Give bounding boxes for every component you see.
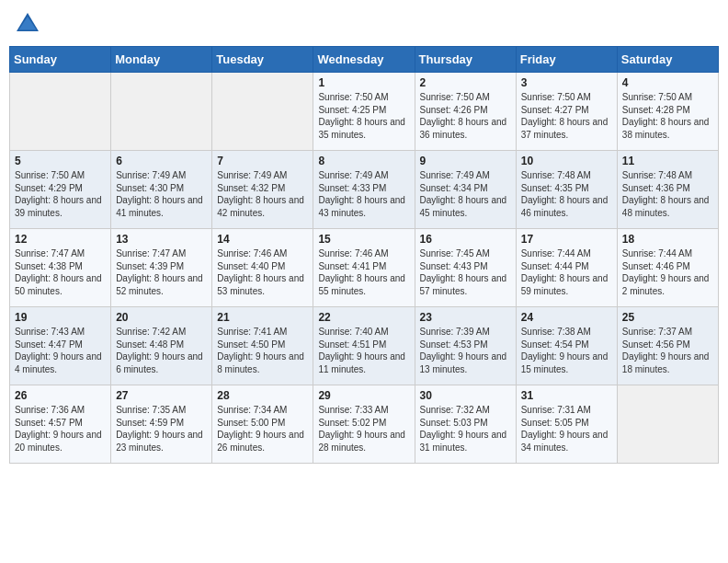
day-number: 16	[420, 233, 511, 246]
day-info: Sunrise: 7:39 AM Sunset: 4:53 PM Dayligh…	[420, 326, 511, 375]
day-info: Sunrise: 7:41 AM Sunset: 4:50 PM Dayligh…	[217, 326, 308, 375]
day-number: 11	[622, 155, 713, 167]
day-info: Sunrise: 7:34 AM Sunset: 5:00 PM Dayligh…	[217, 404, 308, 454]
day-info: Sunrise: 7:44 AM Sunset: 4:46 PM Dayligh…	[622, 247, 713, 297]
day-number: 30	[420, 389, 511, 402]
day-info: Sunrise: 7:43 AM Sunset: 4:47 PM Dayligh…	[15, 326, 106, 375]
day-info: Sunrise: 7:48 AM Sunset: 4:35 PM Dayligh…	[521, 169, 612, 219]
day-info: Sunrise: 7:50 AM Sunset: 4:29 PM Dayligh…	[15, 169, 106, 219]
day-number: 27	[116, 389, 207, 402]
day-cell-1: 1Sunrise: 7:50 AM Sunset: 4:25 PM Daylig…	[313, 73, 415, 151]
header-thursday: Thursday	[415, 47, 516, 73]
day-info: Sunrise: 7:32 AM Sunset: 5:03 PM Dayligh…	[420, 404, 511, 454]
header-saturday: Saturday	[617, 47, 718, 73]
day-cell-22: 22Sunrise: 7:40 AM Sunset: 4:51 PM Dayli…	[313, 307, 415, 385]
week-row-3: 12Sunrise: 7:47 AM Sunset: 4:38 PM Dayli…	[10, 229, 719, 307]
day-cell-29: 29Sunrise: 7:33 AM Sunset: 5:02 PM Dayli…	[313, 385, 415, 464]
day-info: Sunrise: 7:38 AM Sunset: 4:54 PM Dayligh…	[521, 326, 612, 375]
day-number: 3	[521, 76, 612, 89]
day-info: Sunrise: 7:50 AM Sunset: 4:28 PM Dayligh…	[622, 91, 713, 141]
day-number: 8	[318, 155, 409, 167]
day-cell-13: 13Sunrise: 7:47 AM Sunset: 4:39 PM Dayli…	[111, 229, 212, 307]
day-number: 18	[622, 233, 713, 246]
day-info: Sunrise: 7:48 AM Sunset: 4:36 PM Dayligh…	[622, 169, 713, 219]
day-cell-7: 7Sunrise: 7:49 AM Sunset: 4:32 PM Daylig…	[212, 151, 313, 229]
day-number: 26	[15, 389, 106, 402]
day-cell-25: 25Sunrise: 7:37 AM Sunset: 4:56 PM Dayli…	[617, 307, 718, 385]
day-cell-10: 10Sunrise: 7:48 AM Sunset: 4:35 PM Dayli…	[516, 151, 617, 229]
day-number: 10	[521, 155, 612, 167]
day-cell-17: 17Sunrise: 7:44 AM Sunset: 4:44 PM Dayli…	[516, 229, 617, 307]
day-info: Sunrise: 7:36 AM Sunset: 4:57 PM Dayligh…	[15, 404, 106, 454]
day-number: 7	[217, 155, 308, 167]
day-number: 21	[217, 311, 308, 324]
day-cell-4: 4Sunrise: 7:50 AM Sunset: 4:28 PM Daylig…	[617, 73, 718, 151]
day-info: Sunrise: 7:49 AM Sunset: 4:34 PM Dayligh…	[420, 169, 511, 219]
day-number: 31	[521, 389, 612, 402]
day-cell-28: 28Sunrise: 7:34 AM Sunset: 5:00 PM Dayli…	[212, 385, 313, 464]
day-cell-20: 20Sunrise: 7:42 AM Sunset: 4:48 PM Dayli…	[111, 307, 212, 385]
week-row-5: 26Sunrise: 7:36 AM Sunset: 4:57 PM Dayli…	[10, 385, 719, 464]
day-info: Sunrise: 7:47 AM Sunset: 4:38 PM Dayligh…	[15, 247, 106, 297]
day-info: Sunrise: 7:50 AM Sunset: 4:26 PM Dayligh…	[420, 91, 511, 141]
day-number: 24	[521, 311, 612, 324]
header-sunday: Sunday	[10, 47, 111, 73]
day-number: 15	[318, 233, 409, 246]
header-wednesday: Wednesday	[313, 47, 415, 73]
empty-cell	[111, 73, 212, 151]
day-number: 6	[116, 155, 207, 167]
day-info: Sunrise: 7:45 AM Sunset: 4:43 PM Dayligh…	[420, 247, 511, 297]
day-info: Sunrise: 7:42 AM Sunset: 4:48 PM Dayligh…	[116, 326, 207, 375]
day-info: Sunrise: 7:46 AM Sunset: 4:40 PM Dayligh…	[217, 247, 308, 297]
day-number: 22	[318, 311, 409, 324]
logo	[13, 9, 46, 39]
day-info: Sunrise: 7:31 AM Sunset: 5:05 PM Dayligh…	[521, 404, 612, 454]
day-cell-2: 2Sunrise: 7:50 AM Sunset: 4:26 PM Daylig…	[415, 73, 516, 151]
day-number: 17	[521, 233, 612, 246]
day-info: Sunrise: 7:49 AM Sunset: 4:32 PM Dayligh…	[217, 169, 308, 219]
day-cell-27: 27Sunrise: 7:35 AM Sunset: 4:59 PM Dayli…	[111, 385, 212, 464]
day-cell-30: 30Sunrise: 7:32 AM Sunset: 5:03 PM Dayli…	[415, 385, 516, 464]
day-cell-8: 8Sunrise: 7:49 AM Sunset: 4:33 PM Daylig…	[313, 151, 415, 229]
week-row-4: 19Sunrise: 7:43 AM Sunset: 4:47 PM Dayli…	[10, 307, 719, 385]
day-cell-5: 5Sunrise: 7:50 AM Sunset: 4:29 PM Daylig…	[10, 151, 111, 229]
day-cell-6: 6Sunrise: 7:49 AM Sunset: 4:30 PM Daylig…	[111, 151, 212, 229]
day-cell-15: 15Sunrise: 7:46 AM Sunset: 4:41 PM Dayli…	[313, 229, 415, 307]
day-info: Sunrise: 7:50 AM Sunset: 4:25 PM Dayligh…	[318, 91, 409, 141]
day-info: Sunrise: 7:37 AM Sunset: 4:56 PM Dayligh…	[622, 326, 713, 375]
day-number: 20	[116, 311, 207, 324]
day-cell-12: 12Sunrise: 7:47 AM Sunset: 4:38 PM Dayli…	[10, 229, 111, 307]
day-cell-11: 11Sunrise: 7:48 AM Sunset: 4:36 PM Dayli…	[617, 151, 718, 229]
day-number: 28	[217, 389, 308, 402]
day-number: 25	[622, 311, 713, 324]
header-tuesday: Tuesday	[212, 47, 313, 73]
day-info: Sunrise: 7:46 AM Sunset: 4:41 PM Dayligh…	[318, 247, 409, 297]
day-cell-18: 18Sunrise: 7:44 AM Sunset: 4:46 PM Dayli…	[617, 229, 718, 307]
day-cell-16: 16Sunrise: 7:45 AM Sunset: 4:43 PM Dayli…	[415, 229, 516, 307]
day-info: Sunrise: 7:47 AM Sunset: 4:39 PM Dayligh…	[116, 247, 207, 297]
day-number: 14	[217, 233, 308, 246]
day-number: 13	[116, 233, 207, 246]
day-number: 2	[420, 76, 511, 89]
calendar-table: SundayMondayTuesdayWednesdayThursdayFrid…	[9, 46, 719, 464]
day-number: 5	[15, 155, 106, 167]
week-row-1: 1Sunrise: 7:50 AM Sunset: 4:25 PM Daylig…	[10, 73, 719, 151]
day-number: 23	[420, 311, 511, 324]
header-friday: Friday	[516, 47, 617, 73]
day-cell-19: 19Sunrise: 7:43 AM Sunset: 4:47 PM Dayli…	[10, 307, 111, 385]
empty-cell	[10, 73, 111, 151]
day-cell-21: 21Sunrise: 7:41 AM Sunset: 4:50 PM Dayli…	[212, 307, 313, 385]
week-row-2: 5Sunrise: 7:50 AM Sunset: 4:29 PM Daylig…	[10, 151, 719, 229]
day-number: 29	[318, 389, 409, 402]
empty-cell	[212, 73, 313, 151]
day-info: Sunrise: 7:50 AM Sunset: 4:27 PM Dayligh…	[521, 91, 612, 141]
day-number: 1	[318, 76, 409, 89]
page-header	[9, 9, 719, 39]
day-cell-3: 3Sunrise: 7:50 AM Sunset: 4:27 PM Daylig…	[516, 73, 617, 151]
days-header-row: SundayMondayTuesdayWednesdayThursdayFrid…	[10, 47, 719, 73]
day-cell-9: 9Sunrise: 7:49 AM Sunset: 4:34 PM Daylig…	[415, 151, 516, 229]
day-cell-14: 14Sunrise: 7:46 AM Sunset: 4:40 PM Dayli…	[212, 229, 313, 307]
empty-cell	[617, 385, 718, 464]
day-info: Sunrise: 7:44 AM Sunset: 4:44 PM Dayligh…	[521, 247, 612, 297]
day-info: Sunrise: 7:35 AM Sunset: 4:59 PM Dayligh…	[116, 404, 207, 454]
